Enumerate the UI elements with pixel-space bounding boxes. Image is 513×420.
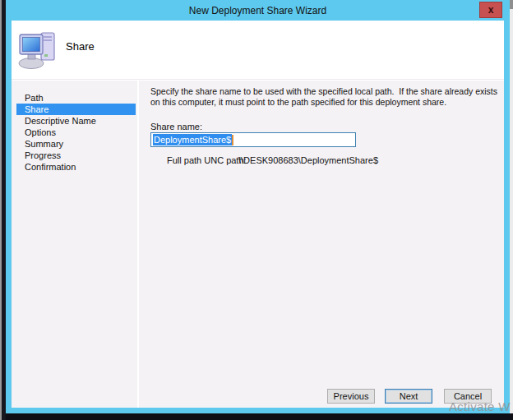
wizard-steps-sidebar: Path Share Descriptive Name Options Summ… [12, 81, 139, 408]
sidebar-step[interactable]: Options [16, 127, 136, 138]
sidebar-step-label: Progress [16, 150, 61, 161]
unc-path-value: \\DESK908683\DeploymentShare$ [238, 155, 378, 165]
sidebar-step-label: Confirmation [16, 161, 76, 173]
sidebar-step[interactable]: Path [16, 92, 136, 104]
sidebar-step[interactable]: Progress [16, 150, 136, 161]
activate-windows-watermark: Activate W [449, 399, 511, 413]
sidebar-step[interactable]: Confirmation [16, 161, 136, 173]
wizard-header: Share [12, 21, 504, 80]
close-icon: x [488, 5, 494, 15]
screen: New Deployment Share Wizard x [0, 0, 513, 420]
sidebar-step[interactable]: Descriptive Name [16, 115, 136, 127]
wizard-dialog: New Deployment Share Wizard x [6, 0, 510, 413]
next-button[interactable]: Next [385, 389, 432, 404]
steps-list: Path Share Descriptive Name Options Summ… [12, 92, 137, 173]
close-button[interactable]: x [479, 2, 502, 18]
title-bar[interactable]: New Deployment Share Wizard x [6, 0, 510, 21]
text-caret [232, 135, 233, 145]
sidebar-step-label: Options [16, 127, 56, 138]
sidebar-step[interactable]: Summary [16, 138, 136, 150]
desktop-background [510, 0, 513, 413]
share-name-label: Share name: [150, 122, 202, 132]
previous-button[interactable]: Previous [327, 389, 375, 404]
sidebar-step-label: Summary [16, 138, 63, 150]
share-name-input[interactable]: DeploymentShare$ [150, 132, 356, 147]
unc-path-label: Full path UNC path: [167, 155, 247, 165]
sidebar-step[interactable]: Share [16, 104, 136, 115]
page-title: Share [66, 40, 95, 53]
sidebar-step-label: Descriptive Name [16, 115, 96, 127]
window-title: New Deployment Share Wizard [189, 5, 326, 16]
description-text: Specify the share name to be used with t… [150, 86, 500, 108]
sidebar-step-label: Share [16, 104, 49, 115]
wizard-content: Specify the share name to be used with t… [141, 81, 504, 408]
desktop-background-top [510, 0, 513, 9]
dialog-body: Share Path Share Descriptive Name Option… [12, 21, 504, 408]
computer-icon [16, 29, 59, 70]
wizard-bodyarea: Path Share Descriptive Name Options Summ… [12, 81, 504, 408]
sidebar-step-label: Path [16, 92, 44, 104]
share-name-value: DeploymentShare$ [153, 134, 232, 145]
